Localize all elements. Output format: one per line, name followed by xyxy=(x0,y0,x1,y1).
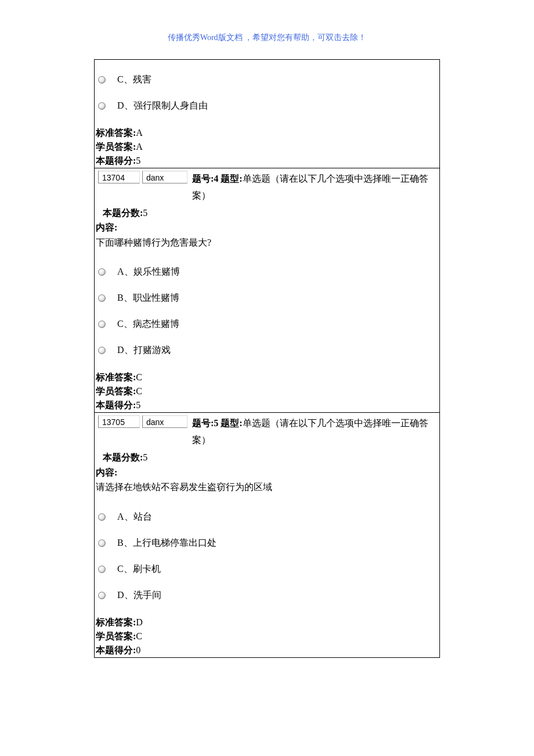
std-answer-value: A xyxy=(136,128,143,138)
option-label: C、病态性赌博 xyxy=(117,318,179,330)
option-row: D、洗手间 xyxy=(95,582,439,609)
student-answer-label: 学员答案: xyxy=(96,386,136,396)
option-label: A、娱乐性赌博 xyxy=(117,266,180,278)
option-row: D、打赌游戏 xyxy=(95,337,439,363)
std-answer-value: C xyxy=(136,372,142,382)
option-label: C、残害 xyxy=(117,74,151,86)
question-text: 下面哪种赌博行为危害最大? xyxy=(95,235,439,253)
question-header-line2: 本题分数:5 xyxy=(95,206,439,221)
option-label: B、上行电梯停靠出口处 xyxy=(117,537,217,549)
student-answer-label: 学员答案: xyxy=(96,631,136,641)
option-row: C、病态性赌博 xyxy=(95,311,439,337)
options-container: A、娱乐性赌博 B、职业性赌博 C、病态性赌博 D、打赌游戏 xyxy=(95,252,439,363)
option-label: D、打赌游戏 xyxy=(117,344,171,357)
score-label: 本题得分: xyxy=(96,400,136,410)
option-label: A、站台 xyxy=(117,511,152,523)
answers-section: 标准答案:A 学员答案:A 本题得分:5 xyxy=(95,126,439,168)
option-row: C、刷卡机 xyxy=(95,556,439,582)
question-header-text: 题号:4 题型:单选题（请在以下几个选项中选择唯一正确答案） xyxy=(192,171,438,204)
question-id-input[interactable]: 13705 xyxy=(98,415,140,428)
radio-icon[interactable] xyxy=(98,294,106,302)
option-row: D、强行限制人身自由 xyxy=(95,93,439,119)
option-label: B、职业性赌博 xyxy=(117,292,179,304)
student-answer-value: C xyxy=(136,386,142,396)
student-answer-value: C xyxy=(136,631,142,641)
radio-icon[interactable] xyxy=(98,321,106,328)
radio-icon[interactable] xyxy=(98,513,106,521)
radio-icon[interactable] xyxy=(98,347,106,354)
question-text: 请选择在地铁站不容易发生盗窃行为的区域 xyxy=(95,480,439,497)
option-label: D、强行限制人身自由 xyxy=(117,100,208,112)
score-value: 5 xyxy=(136,156,140,165)
score-value: 5 xyxy=(136,400,140,410)
option-row: C、残害 xyxy=(95,67,439,93)
radio-icon[interactable] xyxy=(98,102,106,110)
option-label: D、洗手间 xyxy=(117,589,161,602)
option-row: A、站台 xyxy=(95,504,439,530)
options-container: A、站台 B、上行电梯停靠出口处 C、刷卡机 D、洗手间 xyxy=(95,497,439,609)
page-header-note: 传播优秀Word版文档 ，希望对您有帮助，可双击去除！ xyxy=(0,0,534,59)
question-block-4: 13704 danx 题号:4 题型:单选题（请在以下几个选项中选择唯一正确答案… xyxy=(94,168,440,413)
std-answer-value: D xyxy=(136,617,143,627)
radio-icon[interactable] xyxy=(98,539,106,547)
content-label: 内容: xyxy=(95,465,439,480)
question-id-input[interactable]: 13704 xyxy=(98,171,140,183)
option-row: B、职业性赌博 xyxy=(95,285,439,311)
question-header-row: 13704 danx 题号:4 题型:单选题（请在以下几个选项中选择唯一正确答案… xyxy=(95,168,439,206)
radio-icon[interactable] xyxy=(98,76,106,84)
question-type-input[interactable]: danx xyxy=(142,415,187,428)
options-container: C、残害 D、强行限制人身自由 xyxy=(95,60,439,119)
answers-section: 标准答案:D 学员答案:C 本题得分:0 xyxy=(95,615,439,657)
radio-icon[interactable] xyxy=(98,566,106,573)
std-answer-label: 标准答案: xyxy=(96,617,136,627)
content-wrapper: C、残害 D、强行限制人身自由 标准答案:A 学员答案:A 本题得分:5 137… xyxy=(0,59,534,658)
question-block-3: C、残害 D、强行限制人身自由 标准答案:A 学员答案:A 本题得分:5 xyxy=(94,59,440,168)
answers-section: 标准答案:C 学员答案:C 本题得分:5 xyxy=(95,370,439,412)
score-value: 0 xyxy=(136,645,140,655)
score-label: 本题得分: xyxy=(96,156,136,165)
option-label: C、刷卡机 xyxy=(117,563,161,575)
option-row: A、娱乐性赌博 xyxy=(95,259,439,285)
question-header-text: 题号:5 题型:单选题（请在以下几个选项中选择唯一正确答案） xyxy=(192,415,438,449)
option-row: B、上行电梯停靠出口处 xyxy=(95,530,439,556)
student-answer-value: A xyxy=(136,142,143,152)
question-header-row: 13705 danx 题号:5 题型:单选题（请在以下几个选项中选择唯一正确答案… xyxy=(95,413,439,450)
content-label: 内容: xyxy=(95,220,439,235)
std-answer-label: 标准答案: xyxy=(96,128,136,138)
student-answer-label: 学员答案: xyxy=(96,142,136,152)
question-block-5: 13705 danx 题号:5 题型:单选题（请在以下几个选项中选择唯一正确答案… xyxy=(94,413,440,657)
question-header-line2: 本题分数:5 xyxy=(95,450,439,465)
radio-icon[interactable] xyxy=(98,592,106,599)
radio-icon[interactable] xyxy=(98,268,106,276)
score-label: 本题得分: xyxy=(96,645,136,655)
question-type-input[interactable]: danx xyxy=(142,171,187,183)
std-answer-label: 标准答案: xyxy=(96,372,136,382)
